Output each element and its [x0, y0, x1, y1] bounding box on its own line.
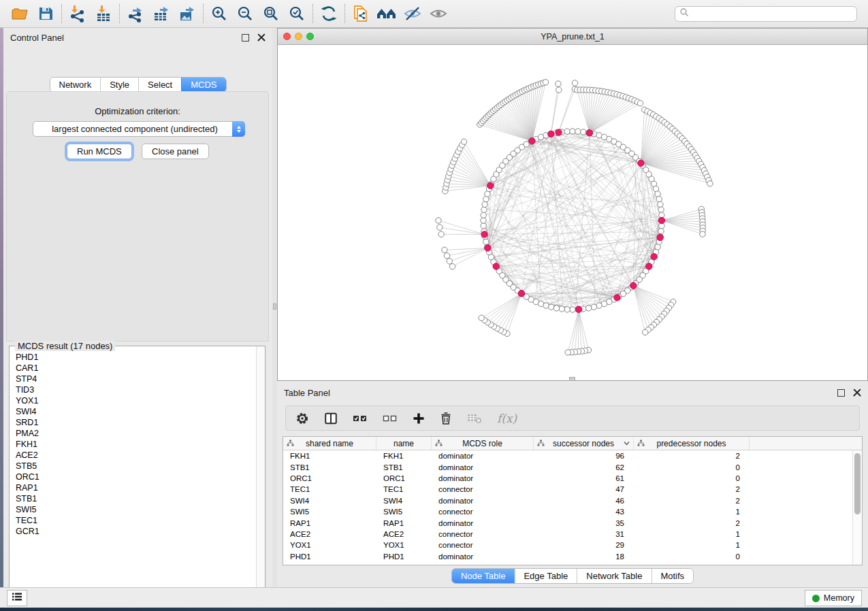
table-row[interactable]: TEC1TEC1connector472	[283, 484, 852, 495]
table-row[interactable]: YOX1YOX1connector291	[283, 540, 852, 550]
mcds-result-item[interactable]: SWI5	[16, 504, 256, 515]
import-network-icon[interactable]	[65, 3, 91, 24]
column-header-name[interactable]: name	[376, 437, 432, 450]
table-row[interactable]: ORC1ORC1dominator610	[283, 473, 852, 484]
table-row[interactable]: PHD1PHD1dominator180	[283, 551, 852, 562]
mcds-result-item[interactable]: GCR1	[16, 526, 256, 537]
unselect-all-icon[interactable]	[383, 413, 398, 424]
close-panel-button[interactable]: Close panel	[142, 144, 209, 159]
mcds-result-item[interactable]: YOX1	[16, 395, 256, 406]
add-row-icon[interactable]	[413, 412, 425, 425]
hide-selected-icon[interactable]	[400, 3, 425, 24]
mcds-result-item[interactable]: STB1	[16, 493, 256, 504]
mcds-result-item[interactable]: TID3	[16, 384, 256, 395]
gear-icon[interactable]	[295, 412, 309, 425]
float-panel-icon[interactable]	[242, 34, 249, 42]
search-input[interactable]	[689, 9, 852, 18]
table-cell: dominator	[432, 552, 534, 561]
table-cell: 46	[534, 497, 634, 505]
mcds-result-item[interactable]: SRD1	[16, 417, 256, 428]
mcds-result-item[interactable]: RAP1	[16, 482, 256, 493]
mcds-list-scrollbar[interactable]	[256, 346, 265, 597]
open-folder-icon[interactable]	[7, 3, 33, 24]
new-network-from-selection-icon[interactable]	[348, 3, 374, 24]
tab-motifs[interactable]: Motifs	[651, 569, 693, 583]
delete-table-icon[interactable]	[467, 413, 482, 424]
network-window-titlebar[interactable]: YPA_prune.txt_1	[278, 29, 867, 45]
column-header-predecessor-nodes[interactable]: predecessor nodes	[634, 437, 750, 450]
columns-icon[interactable]	[324, 412, 338, 425]
tab-network[interactable]: Network	[50, 78, 100, 92]
desktop-background-strip-bottom	[0, 608, 868, 611]
tab-style[interactable]: Style	[100, 78, 138, 92]
mcds-result-item[interactable]: PHD1	[16, 352, 256, 363]
table-cell: RAP1	[283, 519, 376, 527]
zoom-in-icon[interactable]	[206, 3, 232, 24]
delete-row-icon[interactable]	[440, 412, 452, 425]
tab-node-table[interactable]: Node Table	[452, 569, 515, 583]
column-header-MCDS-role[interactable]: MCDS role	[432, 437, 534, 450]
select-all-icon[interactable]	[353, 413, 368, 424]
table-scrollbar[interactable]	[852, 450, 862, 565]
vertical-splitter[interactable]	[272, 28, 277, 587]
search-box[interactable]	[675, 6, 857, 22]
table-cell: FKH1	[376, 452, 432, 460]
tab-network-table[interactable]: Network Table	[577, 569, 651, 583]
horizontal-splitter[interactable]	[569, 377, 575, 381]
float-table-panel-icon[interactable]	[837, 389, 845, 397]
mcds-result-item[interactable]: CAR1	[16, 363, 256, 374]
column-header-successor-nodes[interactable]: successor nodes	[534, 437, 634, 450]
table-row[interactable]: FKH1FKH1dominator962	[283, 450, 852, 461]
export-network-icon[interactable]	[123, 3, 148, 24]
show-all-icon[interactable]	[425, 3, 451, 24]
table-row[interactable]: ACE2ACE2connector311	[283, 529, 852, 540]
table-row[interactable]: SWI5SWI5connector431	[283, 506, 852, 517]
refresh-icon[interactable]	[316, 3, 342, 24]
mcds-result-item[interactable]: SWI4	[16, 406, 256, 417]
table-cell: connector	[432, 508, 534, 516]
network-canvas[interactable]	[278, 45, 867, 380]
close-table-panel-icon[interactable]	[853, 389, 861, 397]
mcds-result-item[interactable]: PMA2	[16, 428, 256, 439]
function-builder-icon[interactable]: f(x)	[497, 412, 517, 425]
table-cell: ACE2	[376, 530, 432, 538]
table-row[interactable]: STB1STB1dominator620	[283, 461, 852, 472]
column-header-shared-name[interactable]: shared name	[283, 437, 376, 450]
import-table-icon[interactable]	[91, 3, 116, 24]
zoom-out-icon[interactable]	[232, 3, 258, 24]
table-cell: 0	[634, 463, 750, 472]
main-toolbar	[0, 0, 868, 28]
table-cell: 2	[634, 497, 750, 505]
run-mcds-button[interactable]: Run MCDS	[67, 144, 132, 159]
criterion-select[interactable]: largest connected component (undirected)	[33, 121, 245, 137]
mcds-result-item[interactable]: ACE2	[16, 450, 256, 461]
export-image-icon[interactable]	[174, 3, 200, 24]
mcds-result-item[interactable]: TEC1	[16, 515, 256, 526]
mcds-result-item[interactable]: STB5	[16, 461, 256, 472]
table-panel-title: Table Panel	[284, 388, 837, 398]
table-cell: STB1	[283, 463, 376, 472]
mcds-result-item[interactable]: ORC1	[16, 472, 256, 482]
table-panel: Table Panel f(x) shared namenameMCDS rol…	[277, 383, 868, 587]
first-neighbors-icon[interactable]	[374, 3, 400, 24]
table-cell: YOX1	[376, 541, 432, 549]
save-icon[interactable]	[33, 3, 59, 24]
zoom-fit-icon[interactable]	[258, 3, 284, 24]
tab-select[interactable]: Select	[138, 78, 181, 92]
export-table-icon[interactable]	[148, 3, 174, 24]
table-cell: PHD1	[376, 552, 432, 561]
memory-button[interactable]: Memory	[805, 590, 862, 606]
tab-edge-table[interactable]: Edge Table	[514, 569, 577, 583]
table-cell: SWI5	[376, 508, 432, 516]
status-bar: Memory	[0, 587, 868, 608]
table-row[interactable]: RAP1RAP1dominator352	[283, 517, 852, 528]
show-panels-button[interactable]	[7, 590, 27, 606]
table-cell: dominator	[432, 519, 534, 527]
mcds-result-item[interactable]: FKH1	[16, 439, 256, 450]
mcds-result-list[interactable]: PHD1CAR1STP4TID3YOX1SWI4SRD1PMA2FKH1ACE2…	[10, 352, 256, 597]
tab-mcds[interactable]: MCDS	[181, 78, 225, 92]
zoom-selected-icon[interactable]	[284, 3, 310, 24]
table-row[interactable]: SWI4SWI4dominator462	[283, 495, 852, 506]
mcds-result-item[interactable]: STP4	[16, 374, 256, 384]
close-panel-icon[interactable]	[257, 33, 266, 42]
